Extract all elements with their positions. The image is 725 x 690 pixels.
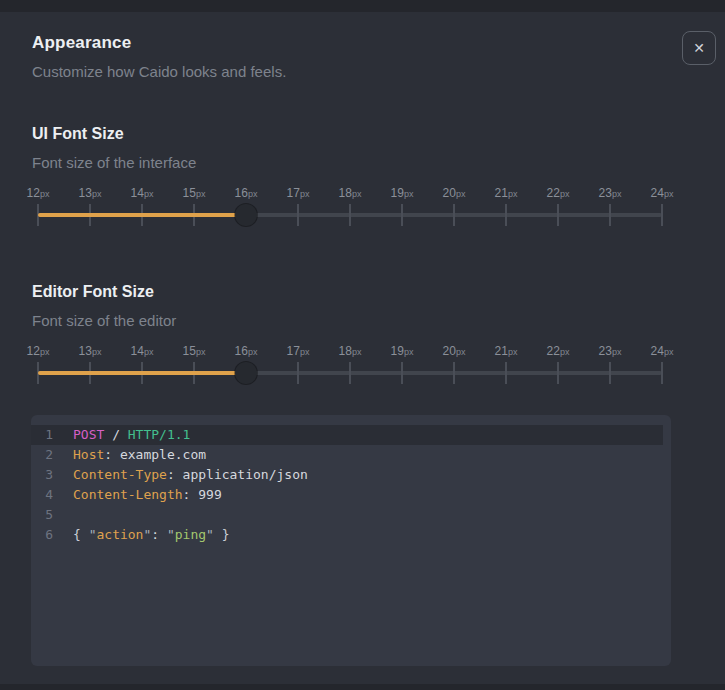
tick-unit: px — [248, 189, 258, 199]
slider-tick-label: 12px — [27, 341, 50, 359]
slider-tick-label: 15px — [183, 183, 206, 201]
slider-fill — [38, 213, 246, 217]
tick-unit: px — [404, 189, 414, 199]
slider-tick-label: 19px — [391, 341, 414, 359]
slider-tick — [661, 204, 663, 226]
slider-tick — [557, 204, 559, 226]
tick-number: 22 — [547, 186, 560, 200]
slider-tick — [401, 362, 403, 384]
section-editor-font-size: Editor Font Size Font size of the editor… — [0, 283, 725, 391]
tick-number: 23 — [599, 344, 612, 358]
tick-number: 13 — [79, 186, 92, 200]
editor-lines: 1POST / HTTP/1.12Host: example.com3Conte… — [31, 425, 671, 545]
code-token: Content-Length — [73, 487, 183, 502]
code-line[interactable]: 3Content-Type: application/json — [31, 465, 663, 485]
tick-unit: px — [612, 347, 622, 357]
tick-unit: px — [560, 189, 570, 199]
tick-unit: px — [92, 189, 102, 199]
slider-tick — [609, 204, 611, 226]
tick-unit: px — [456, 347, 466, 357]
code-token: POST — [73, 427, 104, 442]
code-token: " — [206, 527, 214, 542]
code-content: { "action": "ping" } — [53, 525, 230, 545]
tick-unit: px — [612, 189, 622, 199]
slider-tick-label: 22px — [547, 183, 570, 201]
editor-font-size-description: Font size of the editor — [32, 312, 725, 329]
tick-number: 18 — [339, 344, 352, 358]
code-line[interactable]: 4Content-Length: 999 — [31, 485, 663, 505]
slider-tick-label: 16px — [235, 341, 258, 359]
editor-font-size-slider[interactable]: 12px13px14px15px16px17px18px19px20px21px… — [38, 339, 662, 391]
code-line[interactable]: 5 — [31, 505, 663, 525]
line-number: 1 — [31, 425, 53, 445]
slider-tick-label: 12px — [27, 183, 50, 201]
code-token — [120, 427, 128, 442]
code-line[interactable]: 6{ "action": "ping" } — [31, 525, 663, 545]
dialog-title: Appearance — [32, 33, 725, 53]
tick-number: 24 — [651, 186, 664, 200]
code-token: Content-Type — [73, 467, 167, 482]
slider-handle[interactable] — [235, 362, 257, 384]
section-ui-font-size: UI Font Size Font size of the interface … — [0, 125, 725, 233]
line-number: 2 — [31, 445, 53, 465]
line-number: 5 — [31, 505, 53, 525]
ui-font-size-slider[interactable]: 12px13px14px15px16px17px18px19px20px21px… — [38, 181, 662, 233]
slider-tick-label: 21px — [495, 183, 518, 201]
tick-number: 20 — [443, 344, 456, 358]
code-token: { — [73, 527, 89, 542]
code-content: Content-Length: 999 — [53, 485, 222, 505]
tick-unit: px — [144, 189, 154, 199]
ui-font-size-description: Font size of the interface — [32, 154, 725, 171]
slider-tick — [349, 204, 351, 226]
slider-tick-label: 20px — [443, 183, 466, 201]
slider-fill — [38, 371, 246, 375]
slider-tick-label: 24px — [651, 341, 674, 359]
slider-tick — [661, 362, 663, 384]
slider-tick-label: 18px — [339, 341, 362, 359]
tick-unit: px — [508, 189, 518, 199]
tick-number: 24 — [651, 344, 664, 358]
close-button[interactable]: ✕ — [682, 31, 716, 65]
tick-unit: px — [300, 347, 310, 357]
tick-unit: px — [508, 347, 518, 357]
slider-tick-label: 14px — [131, 341, 154, 359]
appearance-dialog: ✕ Appearance Customize how Caido looks a… — [0, 12, 725, 684]
tick-unit: px — [248, 347, 258, 357]
code-token: : — [151, 527, 167, 542]
code-line[interactable]: 2Host: example.com — [31, 445, 663, 465]
tick-number: 14 — [131, 186, 144, 200]
code-token: " — [167, 527, 175, 542]
slider-tick — [349, 362, 351, 384]
tick-unit: px — [196, 189, 206, 199]
tick-number: 23 — [599, 186, 612, 200]
code-token: : — [183, 487, 199, 502]
code-content — [53, 505, 73, 525]
slider-tick — [453, 204, 455, 226]
code-line[interactable]: 1POST / HTTP/1.1 — [31, 425, 663, 445]
tick-unit: px — [664, 347, 674, 357]
tick-unit: px — [456, 189, 466, 199]
slider-handle[interactable] — [235, 204, 257, 226]
slider-tick — [505, 362, 507, 384]
editor-preview[interactable]: 1POST / HTTP/1.12Host: example.com3Conte… — [31, 415, 671, 666]
tick-unit: px — [40, 189, 50, 199]
code-token — [104, 427, 112, 442]
tick-number: 21 — [495, 186, 508, 200]
slider-tick-label: 19px — [391, 183, 414, 201]
code-token: example.com — [120, 447, 206, 462]
tick-number: 20 — [443, 186, 456, 200]
slider-tick — [297, 362, 299, 384]
code-token: / — [112, 427, 120, 442]
slider-tick — [401, 204, 403, 226]
slider-tick — [453, 362, 455, 384]
tick-unit: px — [300, 189, 310, 199]
slider-tick-label: 14px — [131, 183, 154, 201]
tick-unit: px — [352, 347, 362, 357]
slider-tick — [505, 204, 507, 226]
close-icon: ✕ — [693, 41, 705, 55]
slider-tick-label: 13px — [79, 341, 102, 359]
slider-tick-label: 23px — [599, 183, 622, 201]
tick-number: 12 — [27, 186, 40, 200]
tick-number: 18 — [339, 186, 352, 200]
ui-font-size-heading: UI Font Size — [32, 125, 725, 143]
